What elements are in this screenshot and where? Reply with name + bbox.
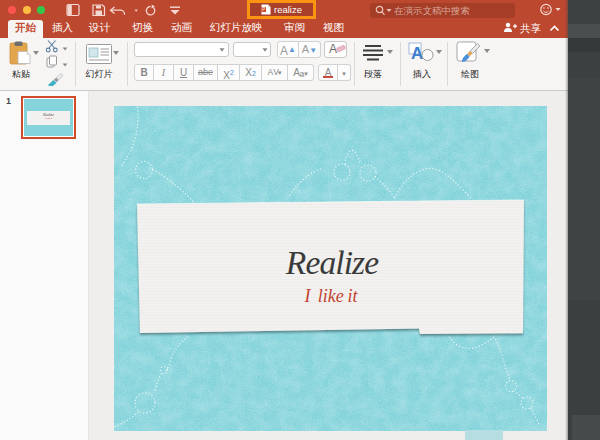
svg-text:Realize: Realize bbox=[285, 244, 379, 281]
svg-text:I like it: I like it bbox=[304, 286, 359, 306]
svg-text:P: P bbox=[262, 7, 265, 12]
svg-text:A: A bbox=[411, 44, 423, 62]
